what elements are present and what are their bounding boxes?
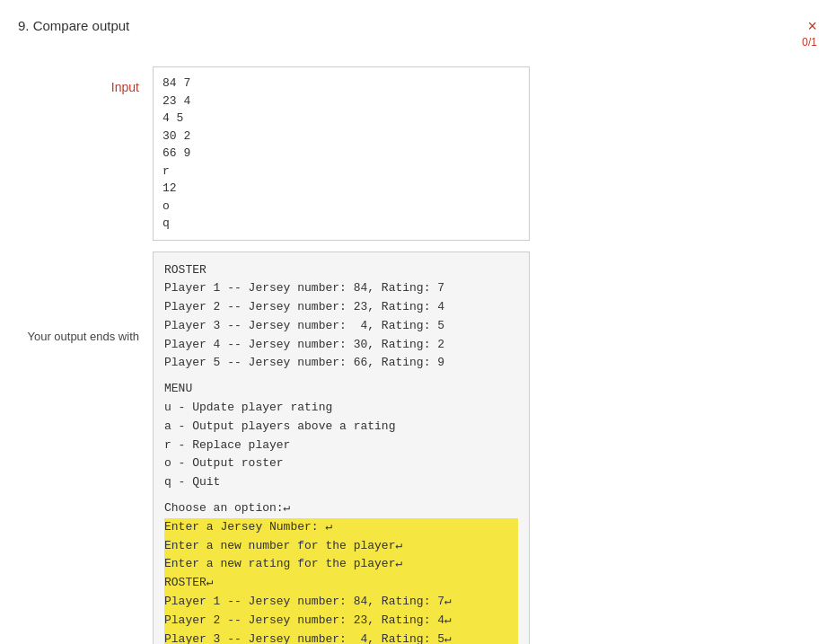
highlight-line-1: Enter a Jersey Number: ↵ bbox=[164, 518, 518, 537]
main-layout: Input Your output ends with 84 7 23 4 4 … bbox=[27, 66, 817, 644]
output-label: Your output ends with bbox=[27, 330, 139, 343]
menu-header: MENU bbox=[164, 380, 518, 399]
spacer-2 bbox=[164, 492, 518, 499]
score-area: × 0/1 bbox=[802, 18, 817, 49]
input-line-4: 30 2 bbox=[163, 128, 520, 146]
highlight-line-4: ROSTER↵ bbox=[164, 574, 518, 593]
close-icon[interactable]: × bbox=[807, 18, 817, 34]
menu-line-5: q - Quit bbox=[164, 473, 518, 492]
labels-wrapper: Input Your output ends with bbox=[27, 66, 153, 644]
panels-wrapper: 84 7 23 4 4 5 30 2 66 9 r 12 o q ROSTER … bbox=[153, 66, 530, 644]
input-line-6: r bbox=[163, 163, 520, 181]
menu-line-1: u - Update player rating bbox=[164, 399, 518, 418]
input-line-5: 66 9 bbox=[163, 145, 520, 163]
page-container: 9. Compare output × 0/1 Input Your outpu… bbox=[0, 0, 835, 644]
roster-line-4: Player 4 -- Jersey number: 30, Rating: 2 bbox=[164, 336, 518, 355]
input-line-8: o bbox=[163, 198, 520, 216]
input-line-2: 23 4 bbox=[163, 93, 520, 110]
header-row: 9. Compare output × 0/1 bbox=[18, 18, 817, 49]
spacer-1 bbox=[164, 373, 518, 380]
input-line-1: 84 7 bbox=[163, 75, 520, 93]
menu-line-2: a - Output players above a rating bbox=[164, 418, 518, 437]
roster-header: ROSTER bbox=[164, 261, 518, 280]
score-badge: 0/1 bbox=[802, 36, 817, 49]
roster-line-1: Player 1 -- Jersey number: 84, Rating: 7 bbox=[164, 279, 518, 298]
choose-option-line: Choose an option:↵ bbox=[164, 499, 518, 518]
input-line-3: 4 5 bbox=[163, 110, 520, 128]
highlight-line-7: Player 3 -- Jersey number: 4, Rating: 5↵ bbox=[164, 631, 518, 644]
highlight-line-6: Player 2 -- Jersey number: 23, Rating: 4… bbox=[164, 612, 518, 631]
input-line-9: q bbox=[163, 215, 520, 233]
menu-line-4: o - Output roster bbox=[164, 454, 518, 473]
roster-line-2: Player 2 -- Jersey number: 23, Rating: 4 bbox=[164, 298, 518, 317]
input-label: Input bbox=[111, 80, 139, 94]
output-box: ROSTER Player 1 -- Jersey number: 84, Ra… bbox=[153, 251, 530, 645]
highlight-line-3: Enter a new rating for the player↵ bbox=[164, 555, 518, 574]
section-title: 9. Compare output bbox=[18, 18, 129, 33]
input-box: 84 7 23 4 4 5 30 2 66 9 r 12 o q bbox=[153, 66, 530, 241]
roster-line-5: Player 5 -- Jersey number: 66, Rating: 9 bbox=[164, 354, 518, 373]
highlight-line-2: Enter a new number for the player↵ bbox=[164, 537, 518, 556]
menu-line-3: r - Replace player bbox=[164, 437, 518, 455]
highlight-line-5: Player 1 -- Jersey number: 84, Rating: 7… bbox=[164, 593, 518, 612]
input-line-7: 12 bbox=[163, 180, 520, 198]
roster-line-3: Player 3 -- Jersey number: 4, Rating: 5 bbox=[164, 317, 518, 336]
